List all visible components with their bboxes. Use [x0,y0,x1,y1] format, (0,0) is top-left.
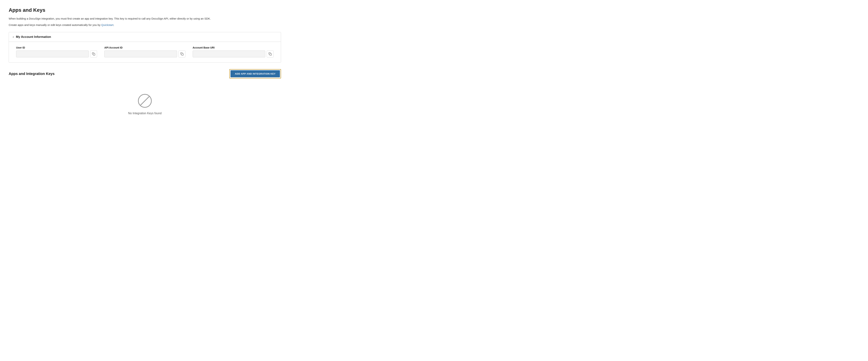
no-results-icon [137,94,152,108]
account-section-title: My Account Information [16,35,51,39]
empty-state: No Integration Keys found [9,83,281,122]
integration-keys-title: Apps and Integration Keys [9,72,55,76]
svg-rect-2 [270,54,272,55]
account-section-header[interactable]: ∧ My Account Information [9,32,281,42]
api-account-id-label: API Account ID [104,46,185,49]
svg-rect-1 [181,54,183,55]
user-id-row [16,51,97,57]
user-id-label: User ID [16,46,97,49]
user-id-field-group: User ID [16,46,97,57]
account-base-uri-field-group: Account Base URI [193,46,274,57]
quickstart-link[interactable]: Quickstart [101,23,114,26]
api-account-id-input[interactable] [104,51,177,57]
account-base-uri-input[interactable] [193,51,265,57]
account-fields: User ID API Account ID [9,42,281,62]
description-line1: When building a DocuSign integration, yo… [9,17,281,21]
copy-icon [180,52,184,56]
copy-icon [92,52,95,56]
integration-keys-header: Apps and Integration Keys ADD APP AND IN… [9,69,281,79]
account-base-uri-row [193,51,274,57]
svg-line-4 [141,97,149,105]
api-account-id-field-group: API Account ID [104,46,185,57]
account-base-uri-copy-button[interactable] [267,51,274,57]
user-id-input[interactable] [16,51,89,57]
api-account-id-row [104,51,185,57]
account-section: ∧ My Account Information User ID API Acc… [9,32,281,63]
svg-rect-0 [93,54,95,55]
user-id-copy-button[interactable] [90,51,97,57]
description-line2: Create apps and keys manually or edit ke… [9,23,281,27]
empty-state-message: No Integration Keys found [128,112,161,115]
add-app-integration-key-button[interactable]: ADD APP AND INTEGRATION KEY [230,70,280,77]
description-prefix: Create apps and keys manually or edit ke… [9,23,101,26]
add-key-button-highlight: ADD APP AND INTEGRATION KEY [229,69,281,79]
api-account-id-copy-button[interactable] [179,51,185,57]
copy-icon [269,52,272,56]
integration-keys-section: Apps and Integration Keys ADD APP AND IN… [9,69,281,122]
account-base-uri-label: Account Base URI [193,46,274,49]
description-suffix: . [114,23,114,26]
chevron-up-icon: ∧ [12,36,14,38]
page-title: Apps and Keys [9,7,281,13]
